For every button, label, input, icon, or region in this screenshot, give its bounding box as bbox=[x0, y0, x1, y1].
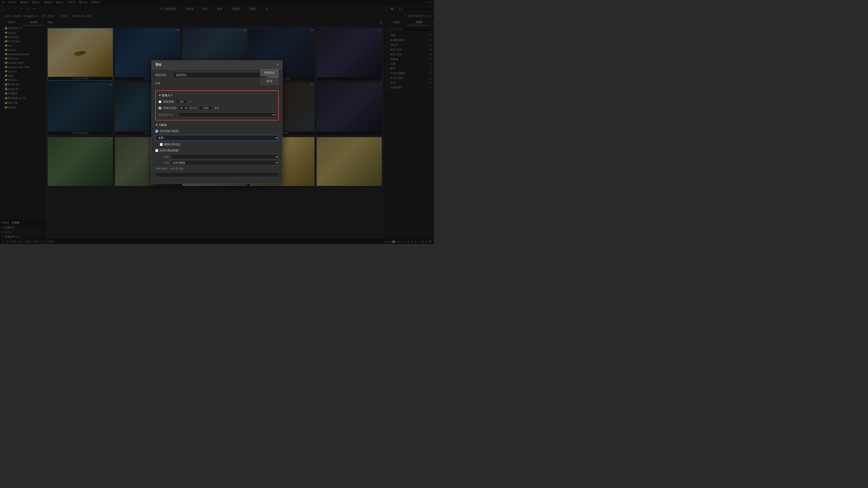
apply-template-row: 应用元数据模板 bbox=[155, 149, 279, 153]
method-field-label: 方法 bbox=[155, 161, 169, 164]
shrink-label: 缩放图像 bbox=[163, 100, 174, 104]
constraint-row: 约束以适合 长 边大小 像素 bbox=[158, 105, 276, 110]
keywords-input-row bbox=[155, 172, 279, 177]
other-keywords-row: 其他关键字（以分号分隔） bbox=[155, 167, 279, 170]
shrink-value-input[interactable] bbox=[176, 100, 187, 104]
shrink-unit: % bbox=[189, 100, 191, 103]
include-original-checkbox[interactable] bbox=[155, 130, 158, 133]
name-field-label: 名称 bbox=[155, 155, 169, 159]
meta-scope-select[interactable]: 全部 bbox=[155, 135, 279, 141]
modal-action-buttons: 开始导出 取消 bbox=[260, 69, 279, 85]
shrink-radio-row: 缩放图像 % bbox=[158, 100, 276, 104]
modal-overlay: 导出 × 预设名称 自定导出 存储 选项 开始导出 取消 bbox=[0, 0, 434, 244]
shrink-radio[interactable] bbox=[158, 100, 161, 103]
pixel-label: 像素 bbox=[214, 106, 219, 110]
constrain-radio[interactable] bbox=[158, 107, 161, 109]
img-size-section: ▼ 图像大小 缩放图像 % 约束以适合 长 边大小 bbox=[155, 90, 279, 121]
max-size-input[interactable] bbox=[199, 106, 213, 110]
resample-label: 重新采样方法 bbox=[158, 113, 177, 117]
modal-header: 导出 × bbox=[152, 61, 282, 69]
other-keywords-label: 其他关键字（以分号分隔） bbox=[155, 167, 185, 170]
template-fields: 名称 方法 追加元数据 bbox=[155, 154, 279, 165]
delete-location-label: 删除位置信息 bbox=[164, 142, 180, 147]
modal-top-area: 预设名称 自定导出 存储 选项 开始导出 取消 bbox=[152, 69, 282, 85]
img-size-header[interactable]: ▼ 图像大小 bbox=[158, 94, 276, 97]
delete-location-row: 删除位置信息 bbox=[155, 142, 279, 147]
method-field-select[interactable]: 追加元数据 bbox=[170, 160, 279, 165]
cancel-btn[interactable]: 取消 bbox=[260, 78, 279, 85]
dim-select[interactable]: 长 bbox=[179, 105, 188, 110]
apply-template-checkbox[interactable] bbox=[155, 149, 158, 152]
metadata-section: ▼ 元数据 包含原始元数据 全部 删除位置信息 bbox=[155, 123, 279, 177]
preset-select[interactable]: 自定导出 bbox=[173, 72, 266, 78]
other-keywords-input[interactable] bbox=[155, 172, 279, 177]
apply-template-label: 应用元数据模板 bbox=[160, 149, 179, 153]
include-original-row: 包含原始元数据 bbox=[155, 129, 279, 133]
resample-row: 重新采样方法 bbox=[158, 112, 276, 117]
resample-select[interactable] bbox=[178, 112, 276, 117]
name-field-select[interactable] bbox=[170, 154, 279, 159]
export-modal: 导出 × 预设名称 自定导出 存储 选项 开始导出 取消 bbox=[151, 60, 283, 184]
modal-close-btn[interactable]: × bbox=[277, 63, 279, 67]
modal-title: 导出 bbox=[155, 63, 162, 67]
preset-label: 预设名称 bbox=[155, 73, 171, 77]
meta-header[interactable]: ▼ 元数据 bbox=[155, 123, 279, 127]
include-original-label: 包含原始元数据 bbox=[160, 129, 179, 133]
modal-body: ▼ 图像大小 缩放图像 % 约束以适合 长 边大小 bbox=[152, 87, 282, 184]
delete-location-checkbox[interactable] bbox=[160, 143, 163, 146]
max-size-label: 边大小 bbox=[190, 106, 197, 110]
start-export-btn[interactable]: 开始导出 bbox=[260, 69, 279, 76]
meta-select-row: 全部 bbox=[155, 135, 279, 141]
constrain-label: 约束以适合 bbox=[163, 106, 177, 110]
